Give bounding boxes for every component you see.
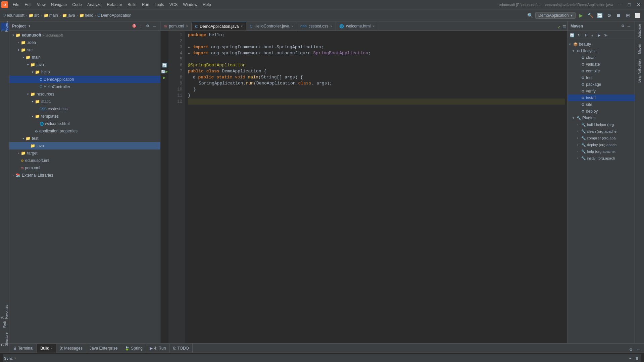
search-everywhere-btn[interactable]: 🔍: [526, 11, 534, 19]
tree-demoapplication[interactable]: C DemoApplication: [9, 76, 160, 83]
bottom-tab-todo[interactable]: 6: TODO: [169, 344, 193, 353]
menu-edit[interactable]: Edit: [22, 1, 34, 8]
menu-window[interactable]: Window: [180, 1, 200, 8]
expand-all-btn[interactable]: ↕: [138, 23, 144, 29]
bottom-tab-messages[interactable]: 0: Messages: [56, 344, 86, 353]
bottom-tab-run[interactable]: ▶ 4: Run: [146, 344, 169, 353]
tree-extlibs[interactable]: › 📚 External Libraries: [9, 172, 160, 179]
tree-main[interactable]: ▾ 📁 main: [9, 54, 160, 61]
maven-lifecycle[interactable]: ▾ ⚙ Lifecycle: [568, 48, 635, 54]
bottom-panel-settings[interactable]: ⚙: [628, 347, 634, 353]
menu-refactor[interactable]: Refactor: [104, 1, 125, 8]
maven-reimport-btn[interactable]: ↻: [576, 33, 582, 39]
close-build-tab[interactable]: ×: [51, 347, 53, 350]
settings-btn[interactable]: ⚙: [145, 23, 151, 29]
breadcrumb-java[interactable]: java: [68, 13, 75, 18]
breadcrumb-main[interactable]: main: [49, 13, 58, 18]
maven-add-btn[interactable]: +: [589, 33, 595, 39]
tab-demoapplication[interactable]: C DemoApplication.java ×: [192, 22, 246, 31]
run-button[interactable]: ▶: [577, 11, 585, 19]
tree-welcomehtml[interactable]: 🌐 welcome.html: [9, 120, 160, 127]
tree-idea[interactable]: › 📁 .idea: [9, 39, 160, 46]
maven-run-btn[interactable]: ▶: [596, 33, 602, 39]
breadcrumb-file[interactable]: DemoApplication: [101, 13, 132, 18]
bottom-panel-minimize[interactable]: ─: [635, 347, 641, 353]
tab-hellocontroller[interactable]: C HelloController.java ×: [246, 22, 297, 31]
maven-test[interactable]: ⚙ test: [568, 74, 635, 81]
menu-view[interactable]: View: [34, 1, 48, 8]
vert-tab-database[interactable]: Database: [636, 21, 643, 41]
menu-help[interactable]: Help: [200, 1, 214, 8]
maven-install[interactable]: ⚙ install: [568, 95, 635, 101]
close-sync-btn[interactable]: ×: [14, 357, 16, 360]
maven-deploy[interactable]: ⚙ deploy: [568, 108, 635, 115]
menu-analyze[interactable]: Analyze: [85, 1, 104, 8]
maximize-button[interactable]: □: [625, 1, 633, 9]
bottom-tab-terminal[interactable]: 🖥 Terminal: [9, 344, 37, 353]
run-config-selector[interactable]: DemoApplication ▾: [535, 12, 576, 19]
project-sidebar-btn[interactable]: 1: Project: [1, 23, 9, 31]
breadcrumb-app[interactable]: ⬡: [3, 13, 6, 17]
maven-package[interactable]: ⚙ package: [568, 81, 635, 88]
tree-java[interactable]: ▾ 📁 java: [9, 61, 160, 68]
maven-compile[interactable]: ⚙ compile: [568, 68, 635, 74]
tree-testjava[interactable]: 📁 java: [9, 142, 160, 149]
maven-install-plugin[interactable]: › 🔧 install (org.apach: [568, 155, 635, 162]
stop-btn[interactable]: ⏹: [614, 11, 623, 19]
maven-plugins[interactable]: ▾ 🔧 Plugins: [568, 115, 635, 121]
close-tab-welcomehtml[interactable]: ×: [373, 24, 375, 28]
vert-tab-beanvalidation[interactable]: Bean Validation: [636, 57, 643, 85]
bottom-tab-javaent[interactable]: Java Enterprise: [86, 344, 121, 353]
tree-hello[interactable]: ▾ 📁 hello: [9, 68, 160, 76]
close-tab-demoapplication[interactable]: ×: [241, 24, 243, 28]
run-main-btn[interactable]: ▶: [163, 76, 166, 79]
bottom-tab-build[interactable]: Build ×: [37, 344, 56, 353]
close-tab-hellocontroller[interactable]: ×: [291, 24, 293, 28]
tree-appprops[interactable]: ⚙ application.properties: [9, 127, 160, 135]
tree-edunusoft[interactable]: ▾ 📁 edunusoft F:\edunusoft: [9, 32, 160, 39]
tree-resources[interactable]: ▾ 📁 resources: [9, 90, 160, 98]
layout-btn[interactable]: ⊞: [624, 11, 632, 19]
tree-templates[interactable]: ▾ 📁 templates: [9, 113, 160, 120]
minimize-button[interactable]: ─: [616, 1, 624, 9]
close-tab-csstest[interactable]: ×: [330, 24, 332, 28]
maven-settings-btn[interactable]: ⚙: [620, 23, 626, 29]
minimize-panel-btn[interactable]: ─: [151, 23, 157, 29]
build-filter-btn[interactable]: ≡: [627, 355, 633, 361]
web-btn[interactable]: Web: [1, 320, 9, 328]
tree-iml[interactable]: ⚙ edunusoft.iml: [9, 157, 160, 164]
breadcrumb-hello[interactable]: hello: [85, 13, 93, 18]
tree-hellocontroller[interactable]: C HelloController: [9, 83, 160, 90]
menu-build[interactable]: Build: [125, 1, 139, 8]
maven-deploy-plugin[interactable]: › 🔧 deploy (org.apach: [568, 141, 635, 148]
maven-refresh-btn[interactable]: 🔄: [569, 33, 575, 39]
menu-code[interactable]: Code: [69, 1, 85, 8]
run-class-btn[interactable]: ▶: [165, 70, 168, 73]
build-project-btn[interactable]: 🔨: [586, 11, 594, 19]
structure-btn[interactable]: Z: Structure: [1, 335, 9, 343]
build-clear-btn[interactable]: 🗑: [634, 355, 640, 361]
tab-csstest[interactable]: CSS csstest.css ×: [297, 22, 336, 31]
run-annotation-icon[interactable]: 🔄: [162, 63, 167, 68]
close-tab-pomxml[interactable]: ×: [186, 24, 188, 28]
close-button[interactable]: ✕: [635, 1, 643, 9]
bottom-tab-spring[interactable]: 🍃 Spring: [121, 344, 146, 353]
maven-validate[interactable]: ⚙ validate: [568, 61, 635, 68]
tree-test[interactable]: ▾ 📁 test: [9, 135, 160, 142]
maven-download-btn[interactable]: ⬇: [583, 33, 589, 39]
maven-help-plugin[interactable]: › 🔧 help (org.apache.: [568, 148, 635, 155]
locate-btn[interactable]: 🎯: [131, 23, 137, 29]
maven-clean[interactable]: ⚙ clean: [568, 54, 635, 61]
tree-csstest[interactable]: CSS csstest.css: [9, 105, 160, 113]
maven-minimize-btn[interactable]: ─: [626, 23, 632, 29]
tree-static[interactable]: ▾ 📁 static: [9, 98, 160, 105]
update-project-btn[interactable]: 🔄: [596, 11, 604, 19]
tree-src[interactable]: ▾ 📁 src: [9, 46, 160, 54]
vert-tab-maven[interactable]: Maven: [636, 41, 643, 57]
menu-run[interactable]: Run: [139, 1, 152, 8]
menu-tools[interactable]: Tools: [152, 1, 167, 8]
menu-file[interactable]: File: [10, 1, 22, 8]
run-class-icon[interactable]: 🔄: [161, 70, 165, 73]
tab-welcomehtml[interactable]: 🌐 welcome.html ×: [336, 22, 378, 31]
maven-site[interactable]: ⚙ site: [568, 101, 635, 108]
